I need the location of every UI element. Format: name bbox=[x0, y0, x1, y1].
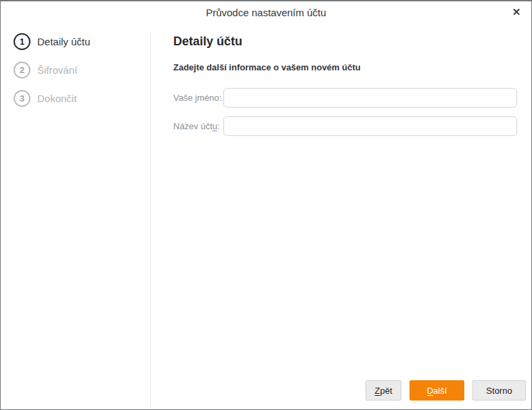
button-text: Storno bbox=[486, 386, 512, 396]
your-name-input[interactable] bbox=[223, 88, 517, 108]
account-name-row: Název účtu: bbox=[173, 116, 517, 136]
cancel-button[interactable]: Storno bbox=[472, 380, 526, 401]
step-item-finish: 3 Dokončit bbox=[14, 84, 150, 112]
account-name-input[interactable] bbox=[223, 116, 517, 136]
step-2-number-badge: 2 bbox=[14, 62, 30, 78]
label-text: Název účt bbox=[173, 121, 213, 131]
button-text: alší bbox=[433, 386, 447, 396]
dialog-body: 1 Detaily účtu 2 Šifrování 3 Dokončit De… bbox=[1, 23, 531, 408]
step-label: Šifrování bbox=[37, 64, 77, 76]
dialog-title: Průvodce nastavením účtu bbox=[206, 7, 326, 18]
your-name-label: Vaše jméno: bbox=[173, 93, 223, 103]
label-accesskey: u bbox=[213, 121, 217, 131]
label-text: : bbox=[217, 121, 220, 131]
wizard-footer-buttons: Zpět Další Storno bbox=[365, 380, 526, 401]
button-accesskey: D bbox=[427, 386, 433, 396]
wizard-content: Detaily účtu Zadejte další informace o v… bbox=[150, 23, 531, 408]
step-label: Detaily účtu bbox=[37, 36, 90, 47]
step-label: Dokončit bbox=[37, 93, 76, 104]
label-text: Vaše jméno: bbox=[173, 93, 221, 103]
back-button[interactable]: Zpět bbox=[365, 380, 401, 401]
page-description: Zadejte další informace o vašem novém úč… bbox=[173, 62, 517, 72]
titlebar: Průvodce nastavením účtu ✕ bbox=[1, 1, 531, 23]
step-number: 3 bbox=[20, 93, 24, 104]
close-icon: ✕ bbox=[512, 6, 521, 18]
your-name-row: Vaše jméno: bbox=[173, 88, 517, 108]
step-item-account-details: 1 Detaily účtu bbox=[14, 27, 150, 55]
page-title: Detaily účtu bbox=[173, 35, 517, 49]
close-button[interactable]: ✕ bbox=[507, 3, 526, 22]
step-1-number-badge: 1 bbox=[14, 33, 30, 50]
step-3-number-badge: 3 bbox=[14, 90, 30, 107]
wizard-steps-sidebar: 1 Detaily účtu 2 Šifrování 3 Dokončit bbox=[1, 23, 150, 408]
step-number: 2 bbox=[20, 65, 24, 75]
step-item-encryption: 2 Šifrování bbox=[14, 55, 150, 84]
account-details-form: Vaše jméno: Název účtu: bbox=[173, 88, 517, 136]
account-name-label: Název účtu: bbox=[173, 121, 223, 131]
button-text: pět bbox=[380, 386, 392, 396]
step-number: 1 bbox=[20, 37, 24, 47]
next-button[interactable]: Další bbox=[409, 380, 464, 401]
account-setup-wizard-dialog: Průvodce nastavením účtu ✕ 1 Detaily účt… bbox=[0, 0, 532, 410]
